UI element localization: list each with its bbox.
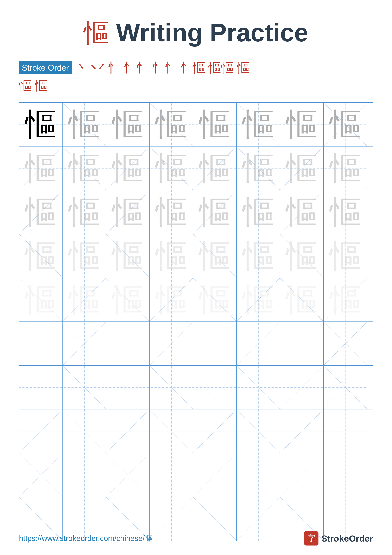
cell-char: 慪 — [156, 240, 187, 272]
svg-line-113 — [19, 410, 63, 453]
grid-cell-2-4[interactable]: 慪 — [150, 146, 193, 190]
svg-line-107 — [237, 366, 280, 409]
cell-char: 慪 — [199, 196, 231, 228]
grid-cell-4-5[interactable]: 慪 — [193, 234, 237, 278]
svg-line-106 — [237, 366, 280, 409]
grid-cell-8-4[interactable] — [150, 409, 193, 453]
grid-cell-1-5[interactable]: 慪 — [193, 103, 237, 146]
svg-line-114 — [63, 410, 106, 453]
grid-cell-9-6[interactable] — [237, 453, 280, 497]
grid-cell-5-1[interactable]: 慪 — [19, 278, 63, 321]
svg-line-122 — [237, 410, 280, 453]
grid-cell-3-3[interactable]: 慪 — [106, 190, 150, 234]
grid-cell-6-8[interactable] — [324, 322, 367, 365]
grid-cell-7-2[interactable] — [63, 366, 106, 409]
grid-cell-8-8[interactable] — [324, 409, 367, 453]
grid-cell-3-6[interactable]: 慪 — [237, 190, 280, 234]
grid-cell-5-2[interactable]: 慪 — [63, 278, 106, 321]
grid-cell-8-1[interactable] — [19, 409, 63, 453]
grid-cell-7-3[interactable] — [106, 366, 150, 409]
grid-cell-8-5[interactable] — [193, 409, 237, 453]
grid-cell-4-4[interactable]: 慪 — [150, 234, 193, 278]
grid-cell-7-8[interactable] — [324, 366, 367, 409]
grid-cell-4-1[interactable]: 慪 — [19, 234, 63, 278]
grid-cell-5-4[interactable]: 慪 — [150, 278, 193, 321]
svg-line-136 — [193, 453, 236, 497]
svg-line-104 — [193, 366, 236, 409]
grid-cell-1-8[interactable]: 慪 — [324, 103, 367, 146]
grid-cell-4-6[interactable]: 慪 — [237, 234, 280, 278]
cell-char: 慪 — [330, 284, 361, 316]
grid-cell-9-3[interactable] — [106, 453, 150, 497]
grid-cell-8-2[interactable] — [63, 409, 106, 453]
grid-cell-3-5[interactable]: 慪 — [193, 190, 237, 234]
grid-cell-7-1[interactable] — [19, 366, 63, 409]
grid-cell-2-5[interactable]: 慪 — [193, 146, 237, 190]
grid-cell-1-1[interactable]: 慪 — [19, 103, 63, 146]
grid-cell-6-5[interactable] — [193, 322, 237, 365]
practice-grid: 慪 慪 慪 慪 慪 慪 慪 — [19, 102, 373, 541]
grid-cell-8-3[interactable] — [106, 409, 150, 453]
grid-cell-7-7[interactable] — [280, 366, 324, 409]
cell-char: 慪 — [25, 240, 57, 272]
grid-cell-8-6[interactable] — [237, 409, 280, 453]
svg-line-126 — [324, 409, 367, 453]
grid-cell-1-4[interactable]: 慪 — [150, 103, 193, 146]
grid-cell-6-1[interactable] — [19, 322, 63, 365]
grid-cell-4-8[interactable]: 慪 — [324, 234, 367, 278]
grid-cell-9-1[interactable] — [19, 453, 63, 497]
grid-cell-5-8[interactable]: 慪 — [324, 278, 367, 321]
svg-line-129 — [19, 453, 63, 497]
cell-char: 慪 — [156, 196, 187, 228]
grid-cell-4-2[interactable]: 慪 — [63, 234, 106, 278]
grid-cell-6-6[interactable] — [237, 322, 280, 365]
grid-cell-1-7[interactable]: 慪 — [280, 103, 324, 146]
cell-char: 慪 — [330, 240, 361, 272]
grid-cell-2-2[interactable]: 慪 — [63, 146, 106, 190]
grid-cell-6-2[interactable] — [63, 322, 106, 365]
grid-cell-7-4[interactable] — [150, 366, 193, 409]
grid-cell-9-5[interactable] — [193, 453, 237, 497]
grid-cell-7-6[interactable] — [237, 366, 280, 409]
grid-cell-1-2[interactable]: 慪 — [63, 103, 106, 146]
grid-cell-2-1[interactable]: 慪 — [19, 146, 63, 190]
svg-line-91 — [237, 322, 280, 365]
grid-cell-5-7[interactable]: 慪 — [280, 278, 324, 321]
grid-cell-9-7[interactable] — [280, 453, 324, 497]
grid-cell-6-3[interactable] — [106, 322, 150, 365]
svg-line-84 — [106, 322, 150, 365]
svg-line-137 — [193, 453, 236, 497]
grid-cell-5-6[interactable]: 慪 — [237, 278, 280, 321]
svg-line-120 — [193, 410, 236, 453]
grid-cell-2-8[interactable]: 慪 — [324, 146, 367, 190]
grid-row-8 — [19, 409, 373, 453]
grid-cell-4-7[interactable]: 慪 — [280, 234, 324, 278]
footer-url[interactable]: https://www.strokeorder.com/chinese/慪 — [19, 533, 152, 543]
grid-cell-3-7[interactable]: 慪 — [280, 190, 324, 234]
grid-cell-9-4[interactable] — [150, 453, 193, 497]
grid-cell-8-7[interactable] — [280, 409, 324, 453]
footer-brand-text: StrokeOrder — [321, 533, 373, 544]
grid-cell-9-8[interactable] — [324, 453, 367, 497]
grid-cell-1-6[interactable]: 慪 — [237, 103, 280, 146]
grid-cell-5-3[interactable]: 慪 — [106, 278, 150, 321]
grid-cell-4-3[interactable]: 慪 — [106, 234, 150, 278]
grid-cell-3-2[interactable]: 慪 — [63, 190, 106, 234]
svg-line-97 — [19, 366, 63, 409]
cell-char: 慪 — [242, 153, 274, 184]
grid-cell-3-8[interactable]: 慪 — [324, 190, 367, 234]
grid-cell-6-4[interactable] — [150, 322, 193, 365]
grid-cell-6-7[interactable] — [280, 322, 324, 365]
grid-cell-2-3[interactable]: 慪 — [106, 146, 150, 190]
grid-cell-9-2[interactable] — [63, 453, 106, 497]
grid-cell-5-5[interactable]: 慪 — [193, 278, 237, 321]
grid-cell-2-7[interactable]: 慪 — [280, 146, 324, 190]
cell-char: 慪 — [242, 196, 274, 228]
cell-char: 慪 — [156, 109, 187, 140]
grid-cell-3-4[interactable]: 慪 — [150, 190, 193, 234]
grid-cell-2-6[interactable]: 慪 — [237, 146, 280, 190]
grid-cell-7-5[interactable] — [193, 366, 237, 409]
grid-cell-3-1[interactable]: 慪 — [19, 190, 63, 234]
cell-char: 慪 — [199, 240, 231, 272]
grid-cell-1-3[interactable]: 慪 — [106, 103, 150, 146]
